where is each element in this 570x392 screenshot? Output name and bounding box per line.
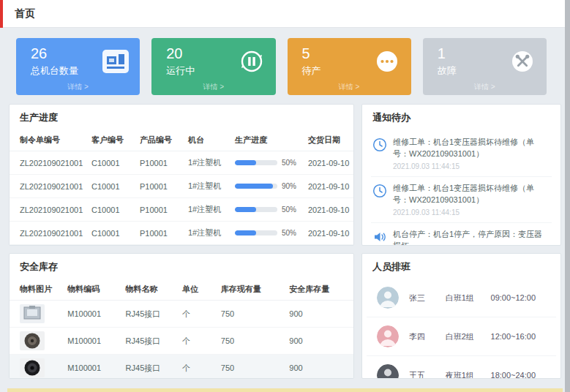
stat-card-main: 5 待产 [302, 45, 401, 78]
stat-card[interactable]: 1 故障 详情 > [423, 38, 547, 95]
shift-label: 白班1组 [446, 293, 491, 304]
notice-body: 维修工单：机台1变压器损坏待维修（单号：WX202109031001） 2021… [393, 137, 550, 170]
col-product: 产品编号 [135, 129, 184, 151]
stat-card-text: 26 总机台数量 [31, 45, 78, 78]
worker-name: 张三 [409, 293, 446, 304]
progress-bar [235, 230, 277, 235]
col-current-qty: 库存现有量 [217, 279, 285, 301]
stock-header-row: 物料图片 物料编码 物料名称 单位 库存现有量 安全库存量 [10, 279, 353, 301]
progress-bar [235, 207, 277, 212]
cell-order-no: ZL202109021001 [10, 175, 87, 198]
shift-time: 12:00~16:00 [491, 332, 546, 341]
stat-card-text: 5 待产 [302, 45, 321, 78]
stat-card-text: 1 故障 [438, 45, 457, 78]
cell-progress: 50% [230, 245, 304, 246]
cell-machine: 1#注塑机 [184, 222, 230, 245]
cell-machine: 1#注塑机 [184, 175, 230, 198]
progress-fill [235, 184, 273, 189]
avatar-2 [377, 325, 399, 347]
schedule-row: 李四 白班2组 12:00~16:00 [367, 317, 556, 356]
cell-product: P10001 [135, 222, 184, 245]
cell-material-code: M100001 [63, 328, 121, 355]
col-safety-qty: 安全库存量 [285, 279, 353, 301]
notice-list: 维修工单：机台1变压器损坏待维修（单号：WX202109031001） 2021… [362, 129, 560, 246]
cell-customer: C10001 [87, 175, 135, 198]
progress-bar [235, 184, 277, 189]
notice-text: 维修工单：机台1变压器损坏待维修（单号：WX202109031001） [393, 183, 550, 206]
safety-stock-panel: 安全库存 物料图片 物料编码 物料名称 单位 库存现有量 安全库存量 M1000… [9, 253, 354, 379]
notice-body: 维修工单：机台1变压器损坏待维修（单号：WX202109031001） 2021… [393, 183, 550, 216]
production-panel-title: 生产进度 [10, 105, 353, 129]
shift-label: 夜班1组 [446, 370, 491, 380]
stock-table-row: M100001 RJ45接口 个 750 900 [10, 301, 353, 328]
stat-card[interactable]: 5 待产 详情 > [288, 38, 411, 95]
progress-fill [235, 160, 256, 165]
stat-card[interactable]: 26 总机台数量 详情 > [16, 38, 140, 95]
stock-table: 物料图片 物料编码 物料名称 单位 库存现有量 安全库存量 M100001 RJ… [10, 279, 353, 379]
notice-item[interactable]: 维修工单：机台1变压器损坏待维修（单号：WX202109031001） 2021… [371, 131, 552, 177]
stat-detail-link[interactable]: 详情 > [423, 82, 547, 92]
stat-detail-link[interactable]: 详情 > [288, 82, 411, 92]
notices-panel: 通知待办 维修工单：机台1变压器损坏待维修（单号：WX202109031001）… [361, 104, 561, 246]
stat-value: 5 [302, 45, 321, 61]
cell-delivery-date: 2021-09-10 [304, 151, 354, 175]
schedule-row: 张三 白班1组 09:00~12:00 [367, 279, 556, 317]
cell-material-code: M100001 [63, 355, 121, 380]
col-material-name: 物料名称 [121, 279, 178, 301]
stat-card-main: 26 总机台数量 [31, 45, 130, 78]
cell-safety-qty: 900 [285, 301, 353, 328]
pending-icon [373, 48, 401, 75]
notice-item[interactable]: 维修工单：机台1变压器损坏待维修（单号：WX202109031001） 2021… [371, 177, 552, 223]
notice-timestamp: 2021.09.03 11:44:15 [393, 208, 550, 216]
progress-percent: 50% [282, 229, 296, 237]
progress-percent: 50% [282, 206, 296, 214]
production-progress-panel: 生产进度 制令单编号 客户编号 产品编号 机台 生产进度 交货日期 ZL2021… [9, 104, 354, 246]
cell-customer: C10001 [87, 198, 135, 222]
col-machine: 机台 [184, 129, 230, 151]
cell-material-name: RJ45接口 [121, 355, 178, 380]
cell-machine: 1#注塑机 [184, 198, 230, 222]
stat-value: 20 [166, 45, 195, 61]
cell-order-no: ZL202109021001 [10, 222, 87, 245]
production-table-row: ZL202109021001 C10001 P10001 1#注塑机 50% 2… [10, 198, 354, 222]
cell-material-image [10, 301, 63, 328]
stock-table-row: M100001 RJ45接口 个 750 900 [10, 328, 353, 355]
cell-unit: 个 [178, 301, 217, 328]
progress-percent: 50% [282, 159, 296, 167]
stat-detail-link[interactable]: 详情 > [151, 82, 275, 92]
cell-order-no: ZL202109021001 [10, 245, 87, 246]
stat-label: 故障 [438, 64, 457, 78]
stat-card[interactable]: 20 运行中 详情 > [151, 38, 275, 95]
stat-label: 总机台数量 [31, 64, 78, 78]
cell-product: P10001 [135, 198, 184, 222]
schedule-panel: 人员排班 张三 白班1组 09:00~12:00 李四 白班2组 12:00~1… [361, 253, 561, 379]
cell-progress: 50% [230, 198, 304, 222]
notice-text: 机台停产：机台1停产，停产原因：变压器损坏 [393, 229, 550, 246]
notice-item[interactable]: 机台停产：机台1停产，停产原因：变压器损坏 [371, 223, 552, 246]
stat-detail-link[interactable]: 详情 > [16, 82, 140, 92]
cell-delivery-date: 2021-09-10 [304, 198, 354, 222]
col-date: 交货日期 [304, 129, 354, 151]
cell-material-name: RJ45接口 [121, 328, 178, 355]
machine-icon [102, 48, 130, 75]
cell-current-qty: 750 [217, 355, 285, 380]
left-accent-bar [0, 0, 3, 28]
right-edge-strip [565, 0, 570, 392]
cell-current-qty: 750 [217, 328, 285, 355]
stock-table-row: M100001 RJ45接口 个 750 900 [10, 355, 353, 380]
connector-image [20, 331, 45, 350]
col-material-code: 物料编码 [63, 279, 121, 301]
col-order-no: 制令单编号 [10, 129, 87, 151]
stat-value: 26 [31, 45, 78, 61]
avatar-3 [377, 364, 399, 379]
shift-time: 18:00~24:00 [491, 371, 546, 379]
stat-card-text: 20 运行中 [166, 45, 195, 78]
cell-current-qty: 750 [217, 301, 285, 328]
cell-progress: 90% [230, 175, 304, 198]
shift-time: 09:00~12:00 [491, 293, 546, 302]
cell-unit: 个 [178, 355, 217, 380]
page-title: 首页 [15, 7, 35, 20]
progress-fill [235, 207, 256, 212]
notice-timestamp: 2021.09.03 11:44:15 [393, 162, 550, 170]
cell-machine: 1#注塑机 [184, 151, 230, 175]
